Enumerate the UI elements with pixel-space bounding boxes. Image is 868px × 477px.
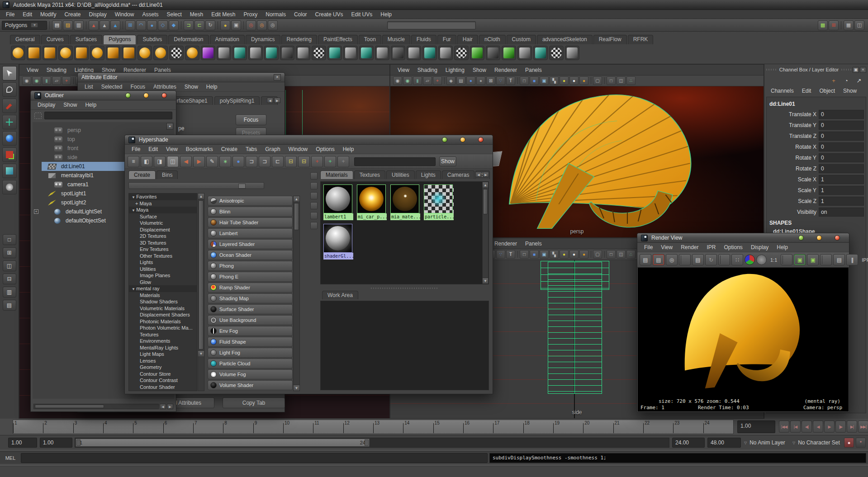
render-region-icon[interactable]: ∷ [731, 254, 743, 265]
material-swatch[interactable]: particle... [424, 184, 454, 220]
sep[interactable] [216, 20, 219, 30]
sep[interactable] [781, 254, 792, 265]
field-chart-icon[interactable]: ⊠ [486, 76, 495, 85]
graph-upstream-icon[interactable]: ⊐ [246, 156, 257, 167]
create-tree-item[interactable]: Glow [129, 279, 197, 286]
step-back-frame-button[interactable]: |◀ [790, 420, 801, 433]
animation-start-field[interactable]: 1.00 [8, 438, 37, 448]
menu-item[interactable]: Window [111, 10, 138, 19]
range-slider-bar[interactable]: 1 24 [76, 439, 370, 447]
create-tree-item[interactable]: Materials [129, 292, 197, 299]
menu-item[interactable]: Create UVs [311, 10, 347, 19]
material-thumbnail[interactable] [323, 224, 352, 253]
snap-point-icon[interactable]: ● [147, 20, 157, 30]
wireframe-icon[interactable]: □ [520, 250, 529, 259]
viewport-menu-item[interactable]: Renderer [491, 240, 521, 247]
panel-icon[interactable] [310, 182, 318, 189]
add-divisions-icon[interactable] [454, 46, 469, 60]
create-tree-item[interactable]: Shadow Shaders [129, 298, 197, 305]
hypershade-search-input[interactable] [354, 157, 436, 166]
sep[interactable] [589, 250, 592, 259]
layout-split-icon[interactable]: ◫ [167, 156, 179, 167]
attribute-editor-menu-item[interactable]: Help [202, 83, 222, 91]
shader-node-button[interactable]: Surface Shader [208, 304, 293, 314]
playback-end-field[interactable]: 24.00 [672, 438, 705, 448]
sep[interactable] [180, 20, 183, 30]
pin-selected-icon[interactable]: + [311, 156, 323, 167]
create-tree-item[interactable]: Photon Volumetric Ma... [129, 325, 197, 331]
textured-icon[interactable]: ▣ [540, 250, 549, 259]
horizontal-scrollbar[interactable] [33, 404, 159, 409]
render-view-menu-item[interactable]: Help [773, 243, 792, 251]
shelf-tab[interactable]: Dynamics [246, 35, 280, 44]
keep-image-icon[interactable]: ▤ [833, 254, 845, 265]
shelf-tab[interactable]: Muscle [382, 35, 410, 44]
render-view-menu-item[interactable]: Render [677, 243, 702, 251]
shadows-icon[interactable]: ● [579, 76, 588, 85]
numeric-input-field[interactable] [387, 21, 476, 29]
insert-edge-loop-icon[interactable] [422, 46, 437, 60]
close-icon[interactable] [478, 137, 484, 142]
create-tree-item[interactable]: Env Textures [129, 246, 197, 253]
ipr-render-icon[interactable]: ◎ [257, 20, 267, 30]
material-swatch[interactable]: lambert1 [323, 184, 353, 220]
refresh-ipr-icon[interactable]: ↻ [705, 254, 717, 265]
menu-item[interactable]: File [2, 10, 19, 19]
channel-value-field[interactable]: 0 [819, 110, 864, 119]
hypershade-menu-item[interactable]: Window [285, 145, 312, 153]
shelf-tab[interactable]: General [10, 35, 40, 44]
speed-dial-icon[interactable]: ◔ [842, 76, 851, 85]
tab-scroll-right-icon[interactable]: ▶ [483, 172, 489, 177]
input-connections-icon[interactable]: ⊐ [184, 20, 194, 30]
default-light-icon[interactable]: ● [569, 76, 579, 85]
close-icon[interactable] [835, 235, 840, 241]
create-tree-item[interactable]: Geometry [129, 364, 197, 371]
create-bar-filter-dropdown[interactable] [128, 182, 264, 189]
mesh-triangulate-icon[interactable] [343, 46, 358, 60]
panel-icon[interactable] [310, 202, 318, 209]
layout-outliner-persp[interactable]: ▤ [3, 300, 16, 311]
lasso-tool[interactable] [2, 82, 17, 97]
attribute-editor-menu-item[interactable]: Show [180, 83, 202, 91]
select-hierarchy-icon[interactable]: ▲ [89, 20, 99, 30]
step-back-key-button[interactable]: ◀| [802, 420, 812, 433]
highlight-icon[interactable]: ▣ [231, 20, 241, 30]
work-area-tab[interactable]: Work Area [322, 291, 358, 299]
poly-cone-icon[interactable] [58, 46, 73, 60]
universal-manipulator-tool[interactable] [2, 164, 17, 178]
scroll-down-icon[interactable]: ▼ [483, 278, 488, 283]
minimize-icon[interactable] [798, 235, 804, 241]
timeline-frame[interactable]: 1 [13, 420, 43, 434]
sep[interactable] [443, 76, 446, 85]
menu-item[interactable]: Color [290, 10, 311, 19]
crease-tool-icon[interactable] [502, 46, 516, 60]
create-polygon-icon[interactable] [407, 46, 421, 60]
camera-attributes-icon[interactable]: ◉ [403, 76, 412, 85]
mesh-extract-icon[interactable] [264, 46, 279, 60]
sep[interactable] [242, 20, 245, 30]
hotbox-icon[interactable]: ▦ [844, 20, 854, 30]
hypershade-menu-item[interactable]: File [128, 145, 144, 153]
poly-sphere-icon[interactable] [11, 46, 25, 60]
chevron-down-icon[interactable]: ▼ [31, 23, 38, 28]
outliner-titlebar[interactable]: Outliner [31, 91, 176, 100]
create-tree-item[interactable]: Light Maps [129, 351, 197, 358]
shader-node-button[interactable]: Volume Shader [208, 380, 293, 390]
viewport-menu-item[interactable]: Renderer [491, 66, 521, 74]
poly-prism-icon[interactable] [106, 46, 120, 60]
play-backwards-button[interactable]: ◀ [813, 420, 823, 433]
expand-icon[interactable] [34, 209, 38, 214]
poly-cube-icon[interactable] [27, 46, 41, 60]
material-category-tab[interactable]: Materials [320, 170, 353, 179]
timeline-track[interactable]: 123456789101112131415161718192021222324 [13, 420, 734, 434]
viewport-menu-item[interactable]: Show [469, 66, 490, 74]
slide-edge-icon[interactable] [470, 46, 484, 60]
poly-torus-icon[interactable] [90, 46, 104, 60]
timeline-frame[interactable]: 17 [493, 420, 523, 434]
mesh-boolean-icon[interactable] [280, 46, 294, 60]
outliner-menu-item[interactable]: Help [81, 101, 100, 109]
shader-node-button[interactable]: Phong [208, 261, 293, 271]
go-to-start-button[interactable]: |◀◀ [779, 420, 789, 433]
render-view-menu-item[interactable]: Display [747, 243, 773, 251]
panel-icon[interactable] [310, 212, 318, 219]
